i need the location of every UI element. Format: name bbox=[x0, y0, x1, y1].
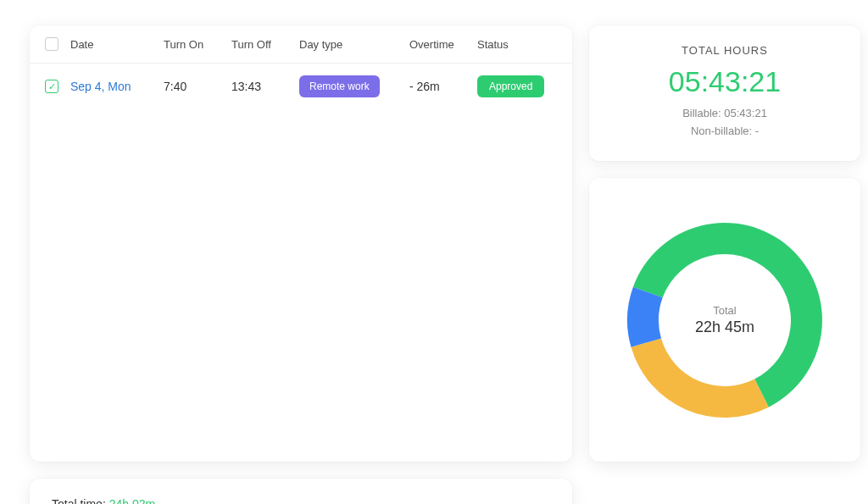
row-turn-off: 13:43 bbox=[231, 80, 299, 93]
header-overtime: Overtime bbox=[409, 38, 477, 51]
donut-segment[interactable] bbox=[631, 338, 768, 418]
donut-segment[interactable] bbox=[627, 286, 663, 346]
header-status: Status bbox=[477, 38, 562, 51]
chart-title-prefix: Total time: bbox=[52, 497, 109, 504]
select-all-checkbox[interactable] bbox=[45, 37, 58, 51]
header-turn-on: Turn On bbox=[164, 38, 231, 51]
row-checkbox[interactable]: ✓ bbox=[45, 80, 58, 93]
header-turn-off: Turn Off bbox=[231, 38, 299, 51]
donut-center-label: Total bbox=[695, 304, 754, 317]
row-turn-on: 7:40 bbox=[164, 80, 231, 93]
billable-label: Billable: 05:43:21 bbox=[608, 107, 842, 119]
header-date: Date bbox=[70, 38, 164, 51]
total-hours-value: 05:43:21 bbox=[608, 65, 842, 98]
chart-title: Total time: 24h 02m bbox=[52, 497, 550, 504]
header-day-type: Day type bbox=[299, 38, 409, 51]
donut-chart-card: Total 22h 45m bbox=[589, 178, 860, 462]
total-hours-title: TOTAL HOURS bbox=[608, 44, 842, 57]
day-type-badge: Remote work bbox=[299, 75, 380, 97]
donut-center-value: 22h 45m bbox=[695, 318, 754, 336]
row-overtime: - 26m bbox=[409, 80, 477, 93]
attendance-header-row: Date Turn On Turn Off Day type Overtime … bbox=[30, 25, 572, 64]
total-hours-card: TOTAL HOURS 05:43:21 Billable: 05:43:21 … bbox=[589, 25, 860, 161]
nonbillable-label: Non-billable: - bbox=[608, 125, 842, 137]
time-chart-card: Total time: 24h 02m 2h 50m2h 21m1h 53m1h… bbox=[30, 479, 572, 504]
attendance-row[interactable]: ✓ Sep 4, Mon 7:40 13:43 Remote work - 26… bbox=[30, 64, 572, 109]
status-badge: Approved bbox=[477, 75, 544, 97]
row-date-link[interactable]: Sep 4, Mon bbox=[70, 80, 164, 93]
chart-title-value: 24h 02m bbox=[109, 497, 155, 504]
attendance-table: Date Turn On Turn Off Day type Overtime … bbox=[30, 25, 572, 462]
